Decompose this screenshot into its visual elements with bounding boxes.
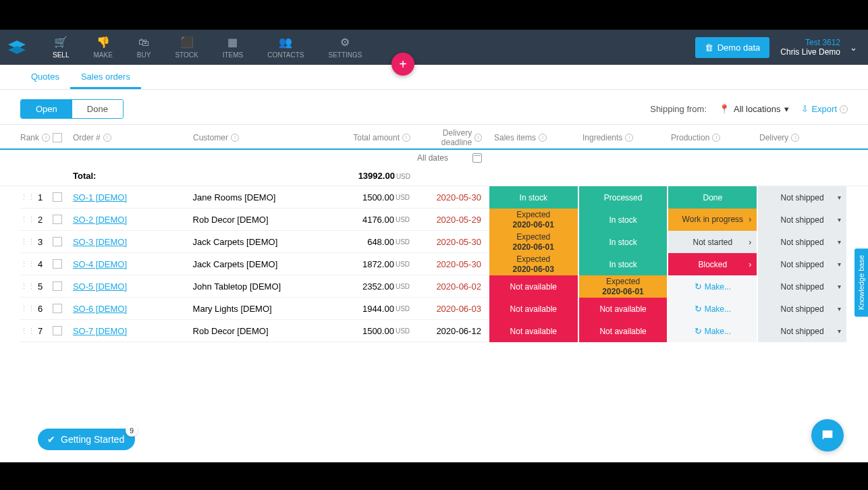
tab-sales-orders[interactable]: Sales orders bbox=[70, 65, 141, 89]
drag-handle[interactable]: ⋮⋮ bbox=[20, 193, 35, 202]
customer-cell: John Tabletop [DEMO] bbox=[193, 275, 320, 298]
table-row: ⋮⋮6SO-6 [DEMO]Mary Lights [DEMO]1944.00U… bbox=[0, 298, 868, 320]
drag-handle[interactable]: ⋮⋮ bbox=[20, 215, 35, 224]
make-button[interactable]: Make... bbox=[668, 275, 757, 298]
row-checkbox[interactable] bbox=[53, 215, 62, 224]
table-row: ⋮⋮4SO-4 [DEMO]Jack Carpets [DEMO]1872.00… bbox=[0, 253, 868, 275]
select-all-checkbox[interactable] bbox=[53, 133, 62, 142]
drag-handle[interactable]: ⋮⋮ bbox=[20, 327, 35, 335]
location-select[interactable]: 📍 All locations ▾ bbox=[713, 104, 794, 114]
drag-handle[interactable]: ⋮⋮ bbox=[20, 282, 35, 291]
status-cell[interactable]: Not shipped bbox=[758, 253, 846, 275]
chat-button[interactable] bbox=[811, 419, 844, 452]
status-cell[interactable]: Not shipped bbox=[758, 298, 846, 320]
header-deadline[interactable]: Delivery deadline bbox=[417, 128, 472, 147]
make-button[interactable]: Make... bbox=[668, 320, 757, 342]
drag-handle[interactable]: ⋮⋮ bbox=[20, 260, 35, 269]
status-cell[interactable]: Not available bbox=[489, 320, 578, 342]
status-cell[interactable]: In stock bbox=[489, 186, 578, 209]
status-cell[interactable]: Not shipped bbox=[758, 275, 846, 298]
deadline-cell: 2020-06-03 bbox=[416, 298, 489, 320]
status-cell[interactable]: Not available bbox=[579, 320, 668, 342]
header-delivery[interactable]: Delivery bbox=[759, 133, 788, 142]
add-button[interactable]: + bbox=[391, 53, 414, 76]
drag-handle[interactable]: ⋮⋮ bbox=[20, 304, 35, 313]
status-cell[interactable]: Done bbox=[668, 186, 757, 209]
info-icon[interactable]: i bbox=[231, 134, 239, 142]
info-icon[interactable]: i bbox=[712, 134, 720, 142]
status-cell[interactable]: In stock bbox=[579, 209, 668, 231]
status-cell[interactable]: Not shipped bbox=[758, 231, 846, 253]
status-cell[interactable]: Not available bbox=[579, 298, 668, 320]
logo-icon[interactable] bbox=[7, 37, 27, 57]
nav-buy[interactable]: 🛍BUY bbox=[125, 31, 163, 64]
done-filter-button[interactable]: Done bbox=[72, 100, 123, 118]
status-cell[interactable]: Processed bbox=[579, 186, 668, 209]
account-id: Test 3612 bbox=[805, 38, 840, 47]
status-cell[interactable]: Work in progress bbox=[668, 209, 757, 231]
chevron-down-icon[interactable]: ⌄ bbox=[846, 43, 861, 53]
row-checkbox[interactable] bbox=[53, 192, 62, 202]
header-total[interactable]: Total amount bbox=[353, 133, 400, 142]
header-production[interactable]: Production bbox=[671, 133, 709, 142]
status-cell[interactable]: Expected2020-06-01 bbox=[489, 231, 578, 253]
order-link[interactable]: SO-1 [DEMO] bbox=[73, 192, 127, 202]
table-header: Ranki Order #i Customeri Total amounti D… bbox=[0, 124, 868, 150]
export-button[interactable]: ⇩ Export i bbox=[801, 104, 848, 114]
info-icon[interactable]: i bbox=[402, 134, 410, 142]
order-link[interactable]: SO-3 [DEMO] bbox=[73, 237, 127, 247]
order-link[interactable]: SO-6 [DEMO] bbox=[73, 304, 127, 314]
getting-started-button[interactable]: ✔ Getting Started 9 bbox=[38, 429, 135, 450]
knowledge-base-tab[interactable]: Knowledge base bbox=[855, 248, 868, 317]
info-icon[interactable]: i bbox=[474, 134, 482, 142]
status-cell[interactable]: Expected2020-06-03 bbox=[489, 253, 578, 275]
info-icon[interactable]: i bbox=[791, 134, 799, 142]
row-checkbox[interactable] bbox=[53, 237, 62, 246]
info-icon[interactable]: i bbox=[625, 134, 633, 142]
nav-settings[interactable]: ⚙SETTINGS bbox=[316, 31, 374, 64]
nav-sell[interactable]: 🛒SELL bbox=[40, 31, 81, 64]
status-cell[interactable]: Not started bbox=[668, 231, 757, 253]
status-cell[interactable]: Not available bbox=[489, 275, 578, 298]
nav-items[interactable]: ▦ITEMS bbox=[211, 31, 256, 64]
info-icon[interactable]: i bbox=[103, 134, 111, 142]
status-cell[interactable]: Blocked bbox=[668, 253, 757, 275]
info-icon[interactable]: i bbox=[539, 134, 547, 142]
status-cell[interactable]: Not shipped bbox=[758, 186, 846, 209]
status-segment: Open Done bbox=[20, 99, 124, 119]
status-cell[interactable]: In stock bbox=[579, 253, 668, 275]
account-menu[interactable]: Test 3612 Chris Live Demo bbox=[780, 38, 840, 57]
row-checkbox[interactable] bbox=[53, 304, 62, 313]
order-link[interactable]: SO-5 [DEMO] bbox=[73, 281, 127, 292]
row-checkbox[interactable] bbox=[53, 259, 62, 269]
nav-stock[interactable]: ⬛STOCK bbox=[163, 31, 210, 64]
order-link[interactable]: SO-7 [DEMO] bbox=[73, 326, 127, 336]
header-order[interactable]: Order # bbox=[73, 133, 101, 142]
order-link[interactable]: SO-2 [DEMO] bbox=[73, 215, 127, 225]
status-cell[interactable]: Expected2020-06-01 bbox=[489, 209, 578, 231]
status-cell[interactable]: Expected2020-06-01 bbox=[579, 275, 668, 298]
status-cell[interactable]: Not shipped bbox=[758, 320, 846, 342]
date-filter[interactable] bbox=[417, 153, 464, 163]
make-button[interactable]: Make... bbox=[668, 298, 757, 320]
tab-quotes[interactable]: Quotes bbox=[20, 65, 70, 89]
deadline-cell: 2020-05-29 bbox=[416, 209, 489, 231]
header-rank[interactable]: Rank bbox=[20, 133, 39, 142]
nav-make[interactable]: 👎MAKE bbox=[81, 31, 124, 64]
drag-handle[interactable]: ⋮⋮ bbox=[20, 238, 35, 246]
row-checkbox[interactable] bbox=[53, 281, 62, 291]
row-checkbox[interactable] bbox=[53, 326, 62, 335]
status-cell[interactable]: Not available bbox=[489, 298, 578, 320]
pin-icon: 📍 bbox=[719, 104, 730, 114]
header-customer[interactable]: Customer bbox=[193, 133, 228, 142]
status-cell[interactable]: In stock bbox=[579, 231, 668, 253]
header-ingredients[interactable]: Ingredients bbox=[582, 133, 622, 142]
order-link[interactable]: SO-4 [DEMO] bbox=[73, 259, 127, 269]
calendar-icon[interactable] bbox=[472, 153, 482, 163]
demo-data-button[interactable]: 🗑 Demo data bbox=[695, 37, 770, 58]
status-cell[interactable]: Not shipped bbox=[758, 209, 846, 231]
nav-contacts[interactable]: 👥CONTACTS bbox=[255, 31, 316, 64]
info-icon[interactable]: i bbox=[42, 134, 50, 142]
open-filter-button[interactable]: Open bbox=[21, 100, 72, 118]
header-sales[interactable]: Sales items bbox=[494, 133, 536, 142]
